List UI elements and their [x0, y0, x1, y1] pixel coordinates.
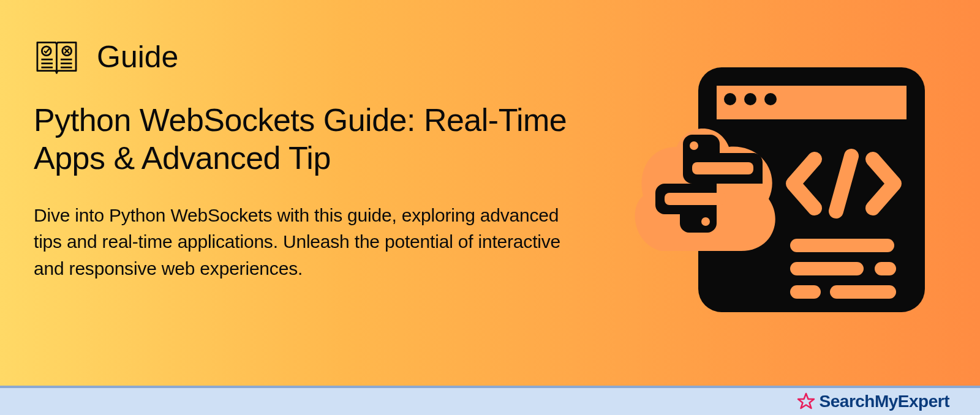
svg-point-12 [744, 93, 756, 105]
svg-point-24 [701, 217, 710, 226]
star-icon [797, 392, 815, 411]
svg-point-11 [724, 93, 736, 105]
page-description: Dive into Python WebSockets with this gu… [34, 202, 573, 282]
brand-name: SearchMyExpert [820, 392, 949, 411]
banner-container: Guide Python WebSockets Guide: Real-Time… [0, 0, 980, 386]
guide-header: Guide [34, 37, 573, 77]
svg-rect-17 [790, 262, 864, 275]
brand-logo: SearchMyExpert [797, 392, 949, 411]
svg-rect-16 [790, 239, 894, 252]
svg-rect-10 [717, 86, 907, 119]
text-content: Guide Python WebSockets Guide: Real-Time… [34, 37, 573, 355]
svg-rect-18 [875, 262, 896, 275]
svg-point-23 [690, 141, 698, 150]
page-title: Python WebSockets Guide: Real-Time Apps … [34, 101, 573, 178]
svg-point-13 [764, 93, 777, 105]
svg-rect-19 [790, 285, 821, 299]
svg-rect-22 [665, 193, 726, 205]
python-browser-illustration [631, 55, 937, 337]
svg-rect-20 [830, 285, 896, 299]
guide-label: Guide [97, 39, 178, 75]
footer-bar: SearchMyExpert [0, 386, 980, 415]
svg-rect-21 [692, 162, 753, 174]
book-open-icon [34, 37, 80, 77]
